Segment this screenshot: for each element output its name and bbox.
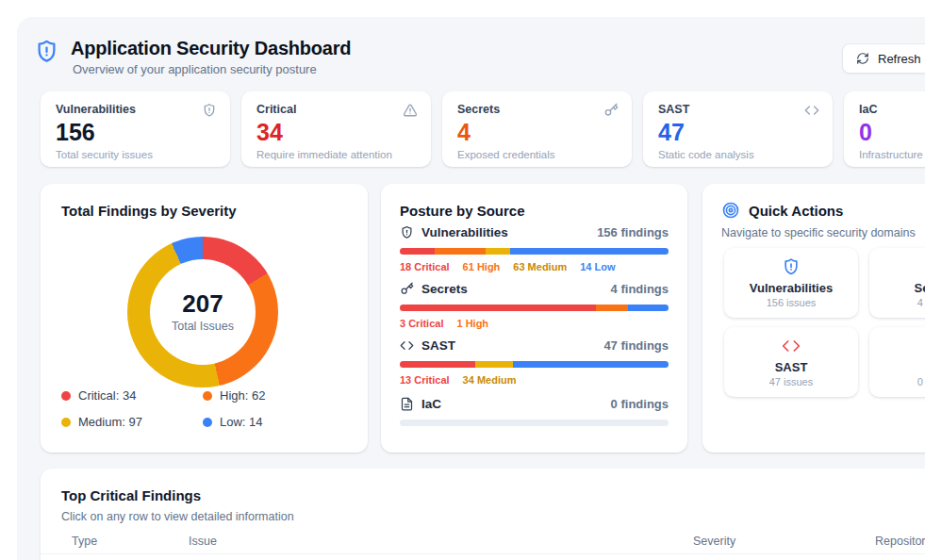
posture-row-header: SAST 47 findings [400, 338, 669, 353]
posture-findings-count: 156 findings [597, 225, 669, 239]
quick-action-label: SAST [775, 360, 808, 374]
legend-item-high: High: 62 [203, 388, 265, 403]
quick-actions-subtitle: Navigate to specific security domains [721, 226, 916, 239]
stat-card-iac: IaC 0 Infrastructure as code [844, 91, 925, 167]
quick-action-count: 47 issues [769, 376, 813, 387]
refresh-button[interactable]: Refresh [842, 43, 925, 74]
stat-subtext: Infrastructure as code [859, 149, 925, 160]
stat-card-secrets: Secrets 4 Exposed credentials [442, 91, 632, 167]
breakdown-high: 61 High [463, 261, 501, 272]
posture-source-name: Vulnerabilities [421, 225, 589, 239]
code-icon [782, 337, 801, 355]
column-header-issue: Issue [189, 535, 217, 548]
posture-stacked-bar [400, 420, 669, 426]
page-subtitle: Overview of your application security po… [73, 62, 317, 76]
target-icon [721, 201, 740, 220]
legend-dot [203, 418, 212, 427]
quick-action-label: Vulnerabilities [750, 281, 833, 295]
stat-card-critical: Critical 34 Require immediate attention [241, 91, 431, 167]
breakdown-critical: 3 Critical [400, 318, 443, 329]
code-icon [804, 103, 819, 118]
donut-center: 207 Total Issues [150, 259, 256, 365]
quick-action-count: 156 issues [767, 297, 817, 308]
legend-dot [61, 418, 71, 427]
posture-panel: Posture by Source Vulnerabilities 156 fi… [381, 184, 687, 453]
breakdown-high: 1 High [456, 318, 488, 329]
total-issues-label: Total Issues [172, 320, 234, 333]
posture-breakdown: 3 Critical 1 High [400, 318, 669, 329]
posture-row-iac: IaC 0 findings [400, 397, 669, 426]
stat-card-vulnerabilities: Vulnerabilities 156 Total security issue… [41, 91, 230, 167]
legend-item-medium: Medium: 97 [61, 415, 203, 429]
file-icon [400, 397, 414, 411]
posture-stacked-bar [400, 305, 669, 311]
posture-breakdown: 13 Critical 34 Medium [400, 374, 669, 386]
legend-dot [61, 391, 71, 401]
posture-row-secrets: Secrets 4 findings 3 Critical 1 High [400, 282, 669, 329]
stat-subtext: Total security issues [56, 149, 215, 160]
legend-label: Critical: 34 [78, 388, 136, 403]
severity-panel-title: Total Findings by Severity [61, 203, 237, 219]
quick-action-label: Secrets [915, 281, 925, 295]
shield-alert-icon [34, 39, 59, 64]
quick-action-sast[interactable]: SAST 47 issues [724, 327, 858, 397]
posture-source-name: IaC [421, 397, 603, 411]
quick-action-vulnerabilities[interactable]: Vulnerabilities 156 issues [724, 248, 858, 318]
stat-subtext: Static code analysis [658, 149, 818, 160]
severity-legend: Critical: 34 High: 62 Medium: 97 Low: 14 [61, 388, 265, 429]
quick-action-secrets[interactable]: Secrets 4 issues [869, 248, 925, 318]
posture-findings-count: 47 findings [603, 338, 669, 353]
posture-findings-count: 0 findings [611, 397, 669, 411]
quick-action-iac[interactable]: IaC 0 issues [869, 327, 925, 397]
column-header-repository: Repository [875, 535, 925, 548]
table-header-divider [41, 553, 925, 554]
breakdown-medium: 34 Medium [463, 374, 517, 386]
shield-alert-icon [400, 225, 414, 239]
shield-alert-icon [782, 257, 801, 276]
stat-label: IaC [859, 103, 925, 116]
shield-alert-icon [202, 103, 217, 118]
quick-actions-grid: Vulnerabilities 156 issues Secrets 4 iss… [724, 248, 925, 397]
findings-table-subtitle: Click on any row to view detailed inform… [61, 510, 294, 523]
legend-label: High: 62 [220, 388, 265, 403]
findings-table-panel: Top Critical Findings Click on any row t… [41, 469, 925, 560]
quick-action-count: 0 issues [917, 376, 925, 387]
stat-label: Secrets [457, 103, 617, 116]
posture-row-sast: SAST 47 findings 13 Critical 34 Medium [400, 338, 669, 386]
posture-breakdown: 18 Critical 61 High 63 Medium 14 Low [400, 261, 669, 272]
posture-stacked-bar [400, 248, 669, 255]
stat-value: 0 [859, 120, 925, 146]
severity-panel: Total Findings by Severity 207 Total Iss… [41, 184, 368, 453]
key-icon [603, 103, 619, 118]
code-icon [400, 338, 414, 353]
posture-stacked-bar [400, 361, 669, 368]
warning-triangle-icon [403, 103, 418, 118]
app-security-dashboard: Application Security Dashboard Overview … [0, 0, 925, 560]
stat-card-row: Vulnerabilities 156 Total security issue… [41, 91, 925, 167]
quick-actions-panel: Quick Actions Navigate to specific secur… [702, 184, 925, 453]
posture-source-name: Secrets [421, 282, 603, 296]
quick-action-count: 4 issues [917, 297, 925, 308]
column-header-type: Type [72, 535, 97, 548]
posture-row-vulnerabilities: Vulnerabilities 156 findings 18 Critical… [400, 225, 669, 272]
stat-subtext: Require immediate attention [256, 149, 416, 160]
column-header-severity: Severity [693, 535, 735, 548]
posture-row-header: Vulnerabilities 156 findings [400, 225, 669, 239]
legend-item-critical: Critical: 34 [61, 388, 203, 403]
legend-label: Low: 14 [220, 415, 263, 429]
key-icon [400, 282, 414, 296]
legend-label: Medium: 97 [78, 415, 142, 429]
total-issues-value: 207 [182, 291, 223, 316]
posture-source-name: SAST [421, 338, 596, 353]
legend-dot [203, 391, 212, 401]
posture-findings-count: 4 findings [611, 282, 669, 296]
severity-donut-chart: 207 Total Issues [127, 237, 278, 387]
posture-row-header: Secrets 4 findings [400, 282, 669, 296]
stat-value: 4 [457, 120, 617, 146]
legend-item-low: Low: 14 [203, 415, 265, 429]
breakdown-critical: 18 Critical [400, 261, 450, 272]
stat-label: SAST [658, 103, 818, 116]
findings-table-title: Top Critical Findings [61, 487, 201, 503]
quick-actions-title: Quick Actions [749, 203, 843, 219]
breakdown-low: 14 Low [580, 261, 615, 272]
